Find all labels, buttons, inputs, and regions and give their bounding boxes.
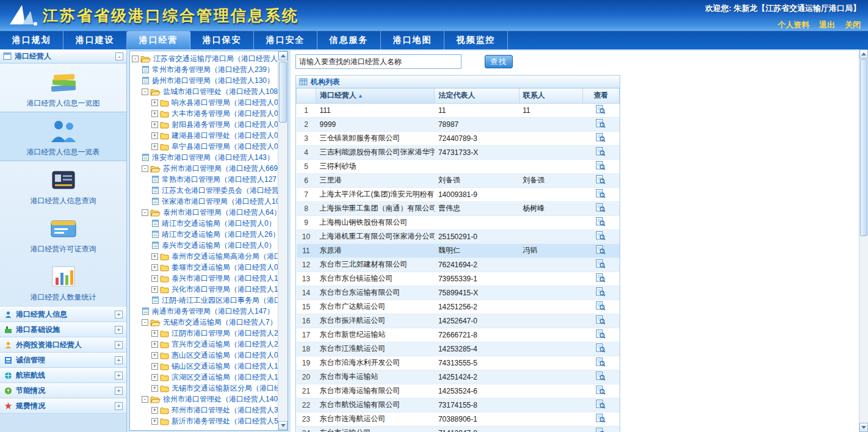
page-scrollbar[interactable] (859, 49, 868, 432)
sidebar-item[interactable]: 港口经营人数量统计 (0, 257, 126, 306)
tree-node[interactable]: 靖江市交通运输局（港口经营人0） (132, 218, 278, 229)
expand-node-icon[interactable]: + (151, 264, 158, 271)
accordion-item[interactable]: 外商投资港口经营人+ (0, 337, 126, 353)
expand-button[interactable]: + (115, 356, 123, 364)
tree-node[interactable]: +宜兴市交通运输局（港口经营人2） (132, 339, 278, 350)
view-detail-icon[interactable] (596, 287, 606, 297)
nav-tab[interactable]: 港口安全 (254, 31, 317, 49)
nav-tab[interactable]: 视频监控 (444, 31, 508, 49)
table-row[interactable]: 18东台市江淮航运公司14253285-4 (297, 342, 620, 356)
page-scrollbar-thumb[interactable] (860, 59, 867, 236)
expand-node-icon[interactable]: + (151, 418, 158, 425)
nav-tab[interactable]: 港口保安 (190, 31, 254, 49)
view-detail-icon[interactable] (596, 259, 606, 268)
sidebar-item[interactable]: 港口经营人信息一览图 (0, 63, 126, 112)
tree-scrollbar[interactable] (278, 51, 288, 430)
view-detail-icon[interactable] (596, 231, 606, 240)
accordion-item[interactable]: 规费情况+ (0, 398, 126, 414)
page-scroll-down-icon[interactable] (859, 423, 868, 432)
collapse-node-icon[interactable]: - (142, 165, 148, 172)
expand-node-icon[interactable]: + (151, 132, 158, 139)
tree-node[interactable]: 扬州市港口管理局（港口经营人130） (132, 75, 278, 86)
table-row[interactable]: 23东台市连海航运公司70388906-1 (297, 412, 620, 426)
tree-node[interactable]: +惠山区交通运输局（港口经营人0） (132, 350, 278, 361)
search-button[interactable]: 查找 (485, 55, 513, 68)
expand-button[interactable]: + (115, 326, 123, 334)
col-legal-rep[interactable]: 法定代表人 (435, 88, 519, 103)
expand-node-icon[interactable]: + (151, 121, 158, 128)
table-row[interactable]: 2999978987 (297, 117, 620, 131)
sidebar-panel-header[interactable]: 港口经营人 - (0, 49, 126, 63)
table-row[interactable]: 14东台市台东运输有限公司75899415-X (297, 286, 620, 300)
scroll-down-icon[interactable] (278, 421, 288, 430)
tree-scrollbar-thumb[interactable] (279, 62, 287, 123)
tree-node[interactable]: +响水县港口管理局（港口经营人0） (132, 97, 278, 108)
view-detail-icon[interactable] (596, 357, 606, 367)
table-row[interactable]: 17东台市新世纪运输站72666721-8 (297, 328, 620, 342)
sidebar-item[interactable]: 港口经营人信息查询 (0, 161, 126, 209)
table-row[interactable]: 21东台市港海运输有限公司14253524-6 (297, 384, 620, 398)
table-row[interactable]: 13东台市东台镇运输公司73955339-1 (297, 272, 620, 286)
expand-node-icon[interactable]: + (151, 352, 158, 359)
view-detail-icon[interactable] (596, 413, 606, 423)
tree-node[interactable]: 泰兴市交通运输局（港口经营人0） (132, 240, 278, 251)
nav-tab[interactable]: 港口规划 (0, 31, 63, 49)
top-link[interactable]: 个人资料 (778, 20, 809, 29)
view-detail-icon[interactable] (596, 399, 606, 409)
tree-node[interactable]: 南通市港务管理局（港口经营人147） (132, 306, 278, 317)
expand-node-icon[interactable]: + (151, 286, 158, 293)
view-detail-icon[interactable] (596, 217, 606, 226)
collapse-node-icon[interactable]: - (142, 319, 148, 326)
tree-node[interactable]: 张家港市港口管理局（港口经营人10 (132, 196, 278, 207)
table-row[interactable]: 19东台市沿海水利开发公司74313555-5 (297, 356, 620, 370)
tree-node[interactable]: +锡山区交通运输局（港口经营人1） (132, 361, 278, 372)
table-row[interactable]: 20东台市海丰运输站14251424-2 (297, 370, 620, 384)
table-row[interactable]: 9上海梅山钢铁股份有限公司 (297, 215, 620, 229)
view-detail-icon[interactable] (596, 301, 606, 311)
tree-node[interactable]: -无锡市交通运输局（港口经营人7） (132, 317, 278, 328)
view-detail-icon[interactable] (596, 273, 606, 283)
tree-node[interactable]: +姜堰市交通运输局（港口经营人0） (132, 262, 278, 273)
nav-tab[interactable]: 港口建设 (63, 31, 127, 49)
tree-node[interactable]: +新沂市港务管理处（港口经营人5） (132, 416, 278, 427)
table-row[interactable]: 11东原港魏明仁冯韬 (297, 243, 620, 257)
sidebar-item[interactable]: 港口经营许可证查询 (0, 209, 126, 257)
view-detail-icon[interactable] (596, 189, 606, 198)
expand-node-icon[interactable]: + (151, 110, 158, 117)
table-row[interactable]: 8上海振华重工集团（南通）有限公司曹伟忠杨树峰 (297, 201, 620, 215)
table-row[interactable]: 7上海太平洋化工(集团)淮安元明粉有14009381-9 (297, 187, 620, 201)
tree-node[interactable]: +泰州市交通运输局高港分局（港口经 (132, 251, 278, 262)
sidebar-item[interactable]: 港口经营人信息一览表 (0, 112, 126, 161)
view-detail-icon[interactable] (596, 118, 606, 128)
panel-collapse-button[interactable]: - (115, 52, 123, 60)
page-scroll-up-icon[interactable] (859, 49, 868, 59)
table-row[interactable]: 5三得利砂场 (297, 159, 620, 173)
accordion-item[interactable]: 港口基础设施+ (0, 322, 126, 337)
view-detail-icon[interactable] (596, 175, 606, 184)
accordion-item[interactable]: 港口经营人信息+ (0, 307, 126, 322)
view-detail-icon[interactable] (596, 146, 606, 156)
expand-node-icon[interactable]: + (151, 330, 158, 337)
tree-node[interactable]: 淮安市港口管理局（港口经营人143） (132, 152, 278, 163)
collapse-node-icon[interactable]: - (142, 396, 148, 403)
top-link[interactable]: 关闭 (845, 20, 861, 29)
expand-button[interactable]: + (115, 402, 123, 410)
expand-node-icon[interactable]: + (151, 385, 158, 392)
tree-node[interactable]: -苏州市港口管理局（港口经营人669） (132, 163, 278, 174)
tree-node[interactable]: +无锡市交通运输新区分局（港口经营 (132, 383, 278, 394)
nav-tab[interactable]: 港口经营 (127, 31, 190, 49)
collapse-node-icon[interactable]: - (132, 56, 139, 62)
tree-node[interactable]: -盐城市港口管理处（港口经营人108） (132, 86, 278, 97)
expand-node-icon[interactable]: + (151, 363, 158, 370)
tree-node[interactable]: -泰州市港口管理局（港口经营人64） (132, 207, 278, 218)
expand-button[interactable]: + (115, 341, 123, 349)
tree-node[interactable]: +射阳县港务管理局（港口经营人0） (132, 119, 278, 130)
top-link[interactable]: 退出 (819, 20, 835, 29)
view-detail-icon[interactable] (596, 104, 606, 114)
table-row[interactable]: 15东台市广达航运公司14251256-2 (297, 300, 620, 314)
tree-node[interactable]: -江苏省交通运输厅港口局（港口经营人200 (132, 53, 278, 64)
view-detail-icon[interactable] (596, 132, 606, 142)
expand-node-icon[interactable]: + (151, 374, 158, 381)
view-detail-icon[interactable] (596, 371, 606, 381)
view-detail-icon[interactable] (596, 203, 606, 212)
